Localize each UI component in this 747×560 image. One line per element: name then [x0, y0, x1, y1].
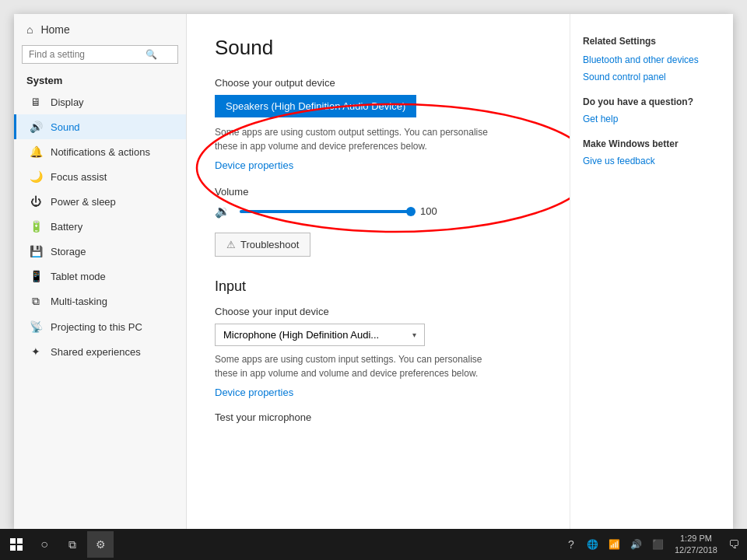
warning-icon: ⚠	[226, 239, 236, 250]
volume-label: Volume	[215, 186, 542, 198]
focus-icon: 🌙	[29, 170, 43, 183]
windows-better-title: Make Windows better	[583, 138, 721, 149]
multitasking-icon: ⧉	[29, 295, 43, 308]
sidebar-label-battery: Battery	[51, 221, 82, 233]
output-info-text: Some apps are using custom output settin…	[215, 125, 503, 153]
tray-network-icon[interactable]: 🌐	[583, 531, 603, 558]
home-icon: ⌂	[26, 23, 33, 36]
taskbar-clock[interactable]: 1:29 PM 12/27/2018	[670, 533, 722, 557]
notification-icon: 🗨	[728, 538, 739, 551]
dropdown-arrow-icon: ▾	[412, 331, 416, 339]
sidebar-item-tablet[interactable]: 📱 Tablet mode	[14, 264, 186, 289]
taskbar: ○ ⧉ ⚙ ? 🌐 📶 🔊 ⬛ 1:29 PM 12/27/2018	[0, 529, 747, 560]
sidebar-item-storage[interactable]: 💾 Storage	[14, 239, 186, 264]
notification-button[interactable]: 🗨	[724, 531, 744, 558]
tray-volume-icon[interactable]: 🔊	[626, 531, 647, 558]
output-section: Choose your output device Speakers (High…	[215, 77, 542, 172]
sidebar-label-tablet: Tablet mode	[51, 271, 106, 282]
sidebar-label-display: Display	[51, 96, 84, 108]
battery-icon: 🔋	[29, 220, 43, 233]
notifications-icon: 🔔	[29, 145, 43, 158]
sidebar-label-sound: Sound	[51, 121, 80, 133]
right-panel: Related Settings Bluetooth and other dev…	[570, 14, 733, 529]
search-box[interactable]: 🔍	[22, 45, 178, 64]
svg-rect-3	[10, 545, 16, 551]
tray-wifi-icon[interactable]: 📶	[605, 531, 625, 558]
sidebar-label-power: Power & sleep	[51, 196, 116, 208]
sidebar-item-focus[interactable]: 🌙 Focus assist	[14, 164, 186, 189]
sidebar-section-label: System	[14, 70, 186, 89]
search-icon: 🔍	[146, 49, 157, 60]
sidebar-item-power[interactable]: ⏻ Power & sleep	[14, 189, 186, 214]
settings-taskbar-icon: ⚙	[96, 538, 106, 551]
question-title: Do you have a question?	[583, 96, 721, 107]
svg-rect-2	[17, 538, 23, 544]
sidebar-item-sound[interactable]: 🔊 Sound	[14, 114, 186, 139]
sidebar-item-display[interactable]: 🖥 Display	[14, 89, 186, 114]
input-label: Choose your input device	[215, 306, 542, 317]
sidebar-home-label: Home	[40, 23, 69, 36]
input-device-dropdown[interactable]: Microphone (High Definition Audi... ▾	[215, 324, 425, 346]
input-section: Input Choose your input device Microphon…	[215, 278, 542, 423]
get-help-link[interactable]: Get help	[583, 114, 721, 124]
svg-rect-1	[10, 538, 16, 544]
network-icon: 🌐	[587, 539, 598, 550]
sidebar-item-home[interactable]: ⌂ Home	[14, 14, 186, 45]
device-properties-link-input[interactable]: Device properties	[215, 387, 293, 398]
bluetooth-link[interactable]: Bluetooth and other devices	[583, 54, 721, 65]
output-label: Choose your output device	[215, 77, 542, 89]
output-device-button[interactable]: Speakers (High Definition Audio Device)	[215, 95, 416, 117]
sound-control-link[interactable]: Sound control panel	[583, 72, 721, 82]
sidebar-label-multitasking: Multi-tasking	[51, 296, 107, 307]
sidebar-item-multitasking[interactable]: ⧉ Multi-tasking	[14, 289, 186, 314]
sound-icon: 🔊	[29, 121, 43, 133]
sidebar-label-focus: Focus assist	[51, 171, 107, 183]
sidebar: ⌂ Home 🔍 System 🖥 Display 🔊 Sound 🔔 N	[14, 14, 187, 529]
feedback-link[interactable]: Give us feedback	[583, 156, 721, 166]
troubleshoot-label: Troubleshoot	[240, 239, 299, 250]
sidebar-item-battery[interactable]: 🔋 Battery	[14, 214, 186, 239]
tablet-icon: 📱	[29, 270, 43, 282]
search-taskbar-button[interactable]: ○	[31, 531, 58, 558]
volume-section: Volume 🔉 100	[215, 186, 542, 219]
input-device-value: Microphone (High Definition Audi...	[223, 329, 379, 341]
task-view-icon: ⧉	[68, 538, 76, 551]
windows-logo-icon	[10, 538, 23, 551]
volume-slider-thumb	[406, 207, 416, 216]
taskbar-date: 12/27/2018	[675, 544, 717, 556]
search-taskbar-icon: ○	[40, 537, 48, 551]
input-info-text: Some apps are using custom input setting…	[215, 352, 503, 380]
storage-icon: 💾	[29, 245, 43, 257]
volume-slider-track[interactable]	[240, 210, 411, 213]
wifi-icon: 📶	[608, 539, 620, 550]
main-content: Sound Choose your output device Speakers…	[187, 14, 570, 529]
task-view-button[interactable]: ⧉	[59, 531, 86, 558]
battery-tray-icon: ⬛	[652, 539, 664, 550]
settings-taskbar-button[interactable]: ⚙	[87, 531, 114, 558]
sidebar-item-projecting[interactable]: 📡 Projecting to this PC	[14, 314, 186, 339]
volume-slider-fill	[240, 210, 411, 213]
volume-icon: 🔉	[215, 204, 230, 219]
help-icon: ?	[568, 538, 574, 551]
search-input[interactable]	[29, 49, 146, 60]
sidebar-label-projecting: Projecting to this PC	[51, 321, 142, 333]
start-button[interactable]	[3, 531, 30, 558]
mic-label: Test your microphone	[215, 411, 542, 423]
taskbar-time: 1:29 PM	[680, 533, 712, 544]
volume-value: 100	[420, 205, 437, 217]
svg-rect-4	[17, 545, 23, 551]
sidebar-item-notifications[interactable]: 🔔 Notifications & actions	[14, 139, 186, 164]
page-title: Sound	[215, 36, 542, 60]
troubleshoot-button[interactable]: ⚠ Troubleshoot	[215, 233, 310, 257]
sidebar-item-shared[interactable]: ✦ Shared experiences	[14, 339, 186, 364]
tray-battery-icon[interactable]: ⬛	[648, 531, 668, 558]
projecting-icon: 📡	[29, 320, 43, 333]
device-properties-link-output[interactable]: Device properties	[215, 159, 293, 171]
input-title: Input	[215, 278, 542, 295]
power-icon: ⏻	[29, 195, 43, 208]
shared-icon: ✦	[29, 345, 43, 358]
sidebar-label-notifications: Notifications & actions	[51, 146, 150, 158]
volume-tray-icon: 🔊	[630, 539, 642, 550]
tray-question-icon[interactable]: ?	[561, 531, 581, 558]
related-settings-title: Related Settings	[583, 36, 721, 47]
